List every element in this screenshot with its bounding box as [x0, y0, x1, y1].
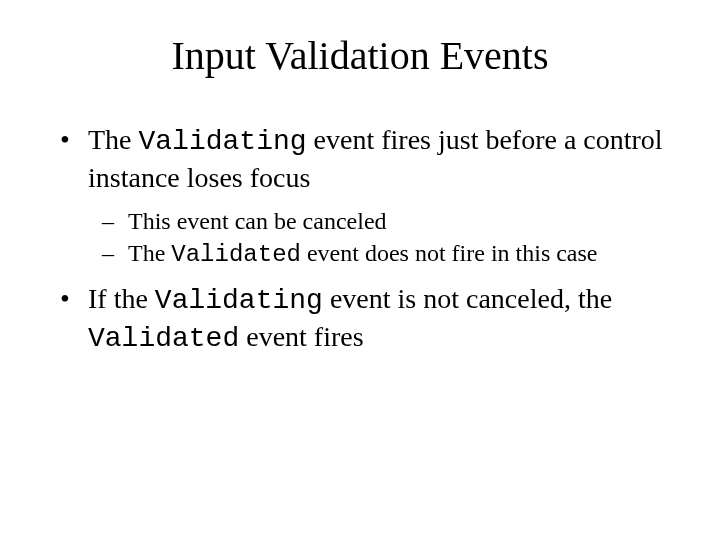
- code-text: Validated: [171, 241, 301, 268]
- sub-bullet-list: This event can be canceled The Validated…: [88, 206, 670, 271]
- bullet-text: If the: [88, 283, 155, 314]
- code-text: Validating: [139, 126, 307, 157]
- sub-bullet-text: The: [128, 240, 171, 266]
- bullet-text: event fires: [239, 321, 363, 352]
- sub-bullet-item: The Validated event does not fire in thi…: [88, 238, 670, 271]
- bullet-item: The Validating event fires just before a…: [50, 122, 670, 271]
- slide: Input Validation Events The Validating e…: [0, 0, 720, 540]
- code-text: Validating: [155, 285, 323, 316]
- sub-bullet-text: This event can be canceled: [128, 208, 387, 234]
- bullet-item: If the Validating event is not canceled,…: [50, 281, 670, 357]
- code-text: Validated: [88, 323, 239, 354]
- sub-bullet-text: event does not fire in this case: [301, 240, 598, 266]
- sub-bullet-item: This event can be canceled: [88, 206, 670, 237]
- bullet-text: The: [88, 124, 139, 155]
- bullet-list: The Validating event fires just before a…: [50, 122, 670, 357]
- slide-title: Input Validation Events: [50, 32, 670, 80]
- bullet-text: event is not canceled, the: [323, 283, 612, 314]
